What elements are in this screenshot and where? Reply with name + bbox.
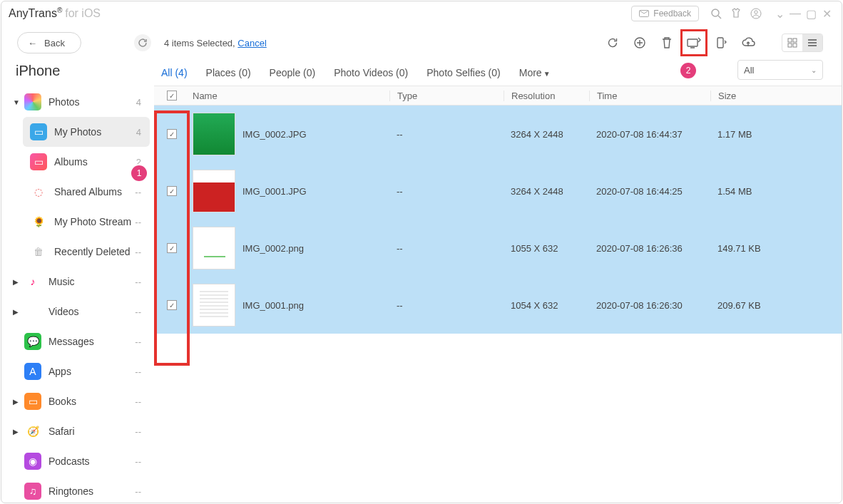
- sidebar-count: --: [135, 396, 141, 407]
- sidebar-item-deleted[interactable]: 🗑 Recently Deleted --: [19, 237, 154, 267]
- apps-icon: A: [24, 363, 41, 380]
- table-row[interactable]: ✓IMG_0001.JPG--3264 X 24482020-07-08 16:…: [154, 163, 842, 220]
- sidebar-label: My Photos: [54, 126, 101, 138]
- cell-type: --: [389, 243, 504, 254]
- grid-view-button[interactable]: [782, 34, 802, 51]
- sidebar-item-photos[interactable]: ▼ Photos 4: [1, 87, 154, 117]
- refresh-icon: [138, 38, 148, 48]
- brand: AnyTrans®: [9, 6, 62, 20]
- selection-count: 4 items Selected,: [164, 38, 237, 48]
- table-row[interactable]: ✓IMG_0001.png--1054 X 6322020-07-08 16:2…: [154, 277, 842, 334]
- sidebar-item-messages[interactable]: 💬 Messages --: [1, 326, 154, 356]
- sidebar-count: 4: [136, 97, 141, 108]
- sidebar-count: --: [135, 217, 141, 227]
- main: 2 All (4) Places (0) People (0) Photo Vi…: [154, 60, 842, 503]
- ringtones-icon: ♫: [24, 483, 41, 500]
- tab-people[interactable]: People (0): [270, 67, 316, 78]
- col-resolution[interactable]: Resolution: [504, 91, 589, 101]
- feedback-button[interactable]: Feedback: [631, 6, 699, 21]
- sidebar-item-shared[interactable]: ◌ Shared Albums --: [19, 177, 154, 207]
- chevron-down-icon: ▼: [13, 98, 21, 106]
- cloud-up-icon: [741, 37, 755, 48]
- col-type[interactable]: Type: [389, 91, 504, 101]
- table-row[interactable]: ✓IMG_0002.png--1055 X 6322020-07-08 16:2…: [154, 220, 842, 277]
- thumbnail: [193, 227, 235, 269]
- sidebar-label: Videos: [48, 306, 79, 317]
- shirt-icon[interactable]: [727, 5, 745, 22]
- close-icon[interactable]: ✕: [819, 7, 834, 21]
- search-icon[interactable]: [707, 5, 725, 22]
- tab-photo-videos[interactable]: Photo Videos (0): [334, 67, 408, 78]
- cell-type: --: [389, 129, 504, 140]
- cell-resolution: 1054 X 632: [504, 300, 589, 311]
- cell-size: 1.17 MB: [710, 129, 803, 140]
- row-checkbox[interactable]: ✓: [167, 129, 177, 139]
- sidebar-item-books[interactable]: ▶ ▭ Books --: [1, 386, 154, 416]
- sidebar-label: Podcasts: [48, 456, 90, 467]
- trash-icon: [661, 36, 673, 49]
- to-device-button[interactable]: [712, 34, 730, 52]
- sidebar-count: --: [135, 247, 141, 257]
- cell-type: --: [389, 300, 504, 311]
- filter-dropdown[interactable]: All ⌄: [737, 60, 823, 80]
- sidebar-item-music[interactable]: ▶ ♪ Music --: [1, 267, 154, 297]
- sidebar-item-myphotos[interactable]: ▭ My Photos 4: [23, 117, 150, 147]
- add-button[interactable]: [630, 34, 649, 52]
- file-name: IMG_0001.png: [242, 300, 304, 311]
- refresh-sidebar-button[interactable]: [134, 34, 151, 51]
- cell-type: --: [389, 186, 504, 197]
- list-view-button[interactable]: [802, 34, 822, 51]
- minimize-icon[interactable]: —: [787, 7, 803, 21]
- brand-name: AnyTrans: [9, 8, 57, 20]
- cell-resolution: 3264 X 2448: [504, 129, 589, 140]
- chevrondown-icon[interactable]: ⌄: [772, 7, 787, 21]
- music-icon: ♪: [24, 273, 41, 290]
- sidebar-label: Apps: [48, 366, 71, 377]
- sidebar-count: --: [135, 336, 141, 347]
- back-button[interactable]: ← Back: [17, 32, 81, 53]
- annotation-badge-2: 2: [680, 63, 696, 78]
- chevron-right-icon: ▶: [13, 278, 21, 286]
- refresh-button[interactable]: [603, 34, 622, 52]
- sidebar-item-stream[interactable]: 🌻 My Photo Stream --: [19, 207, 154, 237]
- file-name: IMG_0002.JPG: [242, 129, 307, 140]
- table-header: ✓ Name Type Resolution Time Size: [154, 86, 842, 106]
- col-name[interactable]: Name: [190, 91, 389, 101]
- sidebar-item-videos[interactable]: ▶ 🎞 Videos --: [1, 297, 154, 326]
- sidebar-count: --: [135, 456, 141, 467]
- delete-button[interactable]: [658, 34, 676, 52]
- sidebar-item-apps[interactable]: A Apps --: [1, 356, 154, 386]
- tab-photo-selfies[interactable]: Photo Selfies (0): [426, 67, 501, 78]
- sidebar-label: Safari: [48, 426, 75, 437]
- view-toggle: [782, 34, 823, 52]
- tab-more[interactable]: More▼: [519, 67, 551, 78]
- chevron-right-icon: ▶: [13, 428, 21, 436]
- user-icon[interactable]: [747, 5, 765, 22]
- to-cloud-button[interactable]: [739, 34, 757, 52]
- select-all-checkbox[interactable]: ✓: [167, 91, 177, 101]
- photos-icon: [24, 93, 41, 110]
- shared-icon: ◌: [30, 183, 47, 200]
- sidebar-item-podcasts[interactable]: ◉ Podcasts --: [1, 446, 154, 476]
- tab-more-label: More: [519, 67, 542, 78]
- sidebar-item-ringtones[interactable]: ♫ Ringtones --: [1, 476, 154, 503]
- podcasts-icon: ◉: [24, 453, 41, 470]
- table-row[interactable]: ✓IMG_0002.JPG--3264 X 24482020-07-08 16:…: [154, 106, 842, 163]
- cell-resolution: 1055 X 632: [504, 243, 589, 254]
- sidebar-label: Messages: [48, 336, 94, 347]
- tab-all[interactable]: All (4): [161, 67, 188, 78]
- row-checkbox[interactable]: ✓: [167, 243, 177, 253]
- row-checkbox[interactable]: ✓: [167, 186, 177, 196]
- sidebar: ▼ Photos 4 ▭ My Photos 4 ▭ Albums 2 ◌: [1, 60, 154, 503]
- thumbnail: [193, 113, 235, 155]
- col-size[interactable]: Size: [710, 91, 803, 101]
- maximize-icon[interactable]: ▢: [803, 7, 819, 21]
- tab-places[interactable]: Places (0): [206, 67, 251, 78]
- row-checkbox[interactable]: ✓: [167, 300, 177, 310]
- thumbnail: [193, 170, 235, 212]
- sidebar-item-safari[interactable]: ▶ 🧭 Safari --: [1, 416, 154, 446]
- to-pc-button[interactable]: [685, 34, 703, 52]
- col-time[interactable]: Time: [589, 91, 710, 101]
- cancel-selection-link[interactable]: Cancel: [237, 38, 266, 48]
- svg-rect-14: [793, 43, 797, 47]
